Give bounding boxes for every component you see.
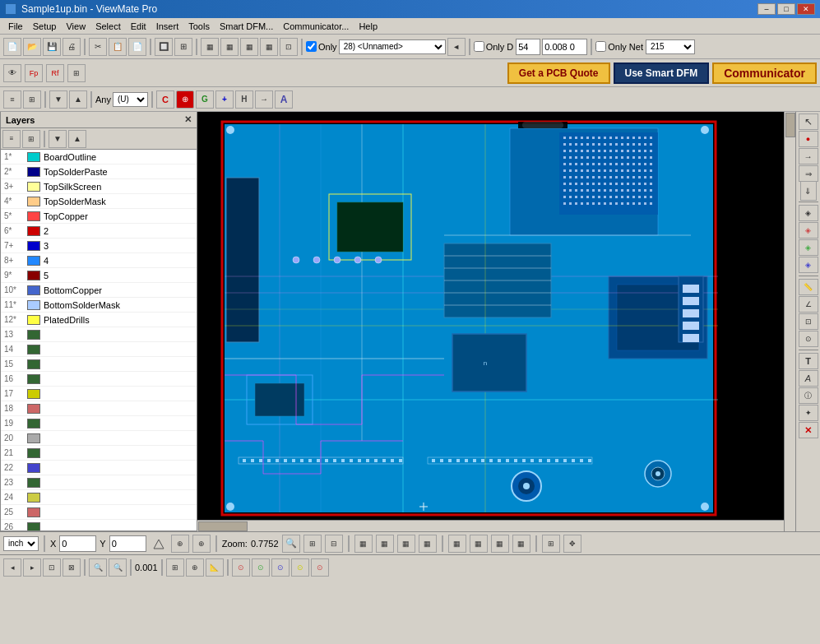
view-btn-2[interactable]: ▦ (376, 535, 394, 553)
cut-btn[interactable]: ✂ (89, 38, 107, 56)
drill-btn[interactable]: ⊙ (799, 331, 818, 347)
menu-help[interactable]: Help (354, 21, 382, 32)
layer-item[interactable]: 14 (1, 342, 197, 357)
layer-item[interactable]: 16 (1, 372, 197, 387)
layer-item[interactable]: 4*TopSolderMask (1, 194, 197, 209)
measure-btn[interactable]: 📏 (799, 279, 818, 295)
component-btn-4[interactable]: ⊙ (291, 558, 309, 577)
only-check-2[interactable] (474, 41, 484, 52)
snap-icon2[interactable]: ⊕ (192, 535, 211, 553)
layer-up-btn[interactable]: ▲ (69, 90, 87, 109)
dot-tool-btn[interactable]: ● (799, 131, 818, 147)
scroll-vertical[interactable] (784, 112, 795, 531)
pan-btn[interactable]: ✥ (563, 535, 581, 553)
snap-icon[interactable]: ⊕ (171, 535, 189, 553)
minimize-button[interactable]: – (757, 3, 776, 15)
layer-item[interactable]: 25 (1, 505, 197, 520)
tool-g[interactable]: ⊡ (280, 38, 298, 56)
scroll-horizontal[interactable] (197, 520, 784, 531)
layer-icon-1[interactable]: ≡ (3, 90, 21, 109)
bottom-btn-4[interactable]: ⊠ (63, 558, 81, 577)
tool-e[interactable]: ▦ (240, 38, 258, 56)
layer-item[interactable]: 21 (1, 446, 197, 461)
layers-close-btn[interactable]: ✕ (184, 114, 192, 125)
layer-down-btn[interactable]: ▼ (49, 90, 67, 109)
menu-insert[interactable]: Insert (151, 21, 184, 32)
save-btn[interactable]: 💾 (43, 38, 61, 56)
view-btn-1[interactable]: ▦ (354, 535, 373, 553)
layer-dropdown[interactable]: 28) <Unnamed> (339, 39, 446, 54)
component-btn-3[interactable]: ⊙ (271, 558, 290, 577)
snap-btn-2[interactable]: 🔍 (109, 558, 127, 577)
layer-item[interactable]: 1*BoardOutline (1, 150, 197, 164)
layer-item[interactable]: 12*PlatedDrills (1, 313, 197, 327)
grid-snap-btn[interactable]: ⊞ (166, 558, 184, 577)
zoom-fit-btn[interactable]: ⊞ (303, 535, 322, 553)
scroll-thumb-v[interactable] (785, 113, 795, 137)
text-btn[interactable]: T (799, 353, 818, 369)
layer-ctrl-btn-4[interactable]: ▦ (512, 535, 530, 553)
y-input[interactable] (109, 535, 146, 552)
net-r-btn[interactable]: ⊕ (176, 90, 194, 109)
layer-item[interactable]: 9*5 (1, 268, 197, 283)
only-check-3[interactable] (595, 41, 606, 52)
layer-item[interactable]: 18 (1, 401, 197, 416)
layer-vis-btn-4[interactable]: ◈ (799, 257, 818, 273)
only-check-1[interactable] (306, 41, 317, 52)
smart-dfm-button[interactable]: Use Smart DFM (614, 63, 710, 84)
d-input[interactable] (516, 39, 540, 55)
net-dropdown[interactable]: 215 (646, 39, 695, 54)
pad-btn[interactable]: ⊡ (799, 313, 818, 330)
origin-btn[interactable]: ⊕ (186, 558, 204, 577)
layer-ctrl-btn-2[interactable]: ▦ (470, 535, 488, 553)
layer-item[interactable]: 19 (1, 416, 197, 431)
layer-item[interactable]: 22 (1, 461, 197, 475)
info-btn[interactable]: ⓘ (799, 387, 818, 404)
component-btn-1[interactable]: ⊙ (232, 558, 250, 577)
select-tool-btn[interactable]: ↖ (799, 114, 818, 130)
tool-arrow-btn[interactable]: → (255, 90, 273, 109)
tool-b[interactable]: ⊞ (174, 38, 192, 56)
unit-status-select[interactable]: inch mm (3, 536, 39, 551)
layer-item[interactable]: 8+4 (1, 253, 197, 268)
tool-c[interactable]: ▦ (201, 38, 219, 56)
tool-g-btn[interactable]: G (196, 90, 214, 109)
eye-btn[interactable]: 👁 (3, 64, 21, 82)
layer-item[interactable]: 3+TopSilkScreen (1, 179, 197, 194)
layer-item[interactable]: 17 (1, 387, 197, 401)
angle-btn[interactable]: ∠ (799, 296, 818, 313)
menu-smart-dfm[interactable]: Smart DFM... (215, 21, 278, 32)
bottom-btn-1[interactable]: ◂ (3, 558, 21, 577)
close-button[interactable]: ✕ (797, 3, 815, 15)
tool-f[interactable]: ▦ (260, 38, 278, 56)
ruler-btn[interactable]: 📐 (206, 558, 224, 577)
pcb-quote-button[interactable]: Get a PCB Quote (507, 63, 610, 84)
paste-btn[interactable]: 📄 (128, 38, 146, 56)
copy-btn[interactable]: 📋 (109, 38, 127, 56)
layer-item[interactable]: 26 (1, 520, 197, 530)
menu-file[interactable]: File (3, 21, 28, 32)
layer-item[interactable]: 15 (1, 357, 197, 372)
rf-btn[interactable]: Rf (46, 64, 64, 82)
layer-tool-1[interactable]: ≡ (2, 130, 21, 148)
layer-item[interactable]: 20 (1, 431, 197, 446)
view-btn-4[interactable]: ▦ (419, 535, 437, 553)
menu-communicator[interactable]: Communicator... (278, 21, 354, 32)
layer-ctrl-btn-3[interactable]: ▦ (491, 535, 509, 553)
layer-icon-2[interactable]: ⊞ (23, 90, 41, 109)
tool-plus-btn[interactable]: + (215, 90, 234, 109)
x-input[interactable] (59, 535, 96, 552)
color-c-btn[interactable]: C (156, 90, 174, 109)
layer-tool-up[interactable]: ▲ (68, 130, 86, 148)
bottom-btn-2[interactable]: ▸ (23, 558, 41, 577)
layer-item[interactable]: 11*BottomSolderMask (1, 298, 197, 313)
component-btn-2[interactable]: ⊙ (252, 558, 270, 577)
layer-item[interactable]: 10*BottomCopper (1, 283, 197, 298)
scroll-thumb-h[interactable] (198, 521, 248, 531)
fit-btn[interactable]: ⊞ (542, 535, 560, 553)
annotation-btn[interactable]: A (799, 370, 818, 387)
layer-item[interactable]: 2*TopSolderPaste (1, 164, 197, 179)
component-btn-5[interactable]: ⊙ (311, 558, 329, 577)
tool-h-btn[interactable]: H (235, 90, 253, 109)
tool-a-btn[interactable]: A (275, 90, 293, 109)
